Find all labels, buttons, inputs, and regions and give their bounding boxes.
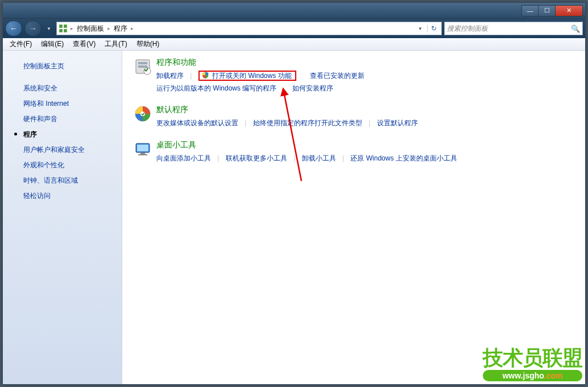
sidebar-item-system[interactable]: 系统和安全 — [3, 81, 122, 96]
svg-rect-0 — [59, 24, 63, 28]
section-title-programs[interactable]: 程序和功能 — [156, 57, 574, 68]
close-button[interactable]: ✕ — [556, 5, 583, 17]
sidebar-item-appearance[interactable]: 外观和个性化 — [3, 158, 122, 173]
shield-icon — [201, 70, 209, 83]
main: 程序和功能 卸载程序 | 打开或关闭 Windows 功能 查看已安装的更新 运… — [122, 51, 585, 384]
link-add-gadget[interactable]: 向桌面添加小工具 — [156, 154, 211, 162]
maximize-button[interactable]: ☐ — [539, 5, 556, 17]
sidebar-item-ease[interactable]: 轻松访问 — [3, 188, 122, 204]
sidebar-item-network[interactable]: 网络和 Internet — [3, 96, 122, 112]
link-filetype[interactable]: 始终使用指定的程序打开此文件类型 — [253, 119, 362, 127]
sidebar-item-accounts[interactable]: 用户帐户和家庭安全 — [3, 142, 122, 158]
svg-rect-13 — [138, 154, 147, 155]
link-how-install[interactable]: 如何安装程序 — [292, 84, 333, 92]
menu-help[interactable]: 帮助(H) — [132, 38, 164, 50]
section-body: 程序和功能 卸载程序 | 打开或关闭 Windows 功能 查看已安装的更新 运… — [156, 57, 574, 94]
section-programs-features: 程序和功能 卸载程序 | 打开或关闭 Windows 功能 查看已安装的更新 运… — [134, 57, 574, 94]
addressbar[interactable]: ▸ 控制面板 ▸ 程序 ▸ ▼ ↻ — [56, 22, 442, 35]
link-view-updates[interactable]: 查看已安装的更新 — [310, 72, 365, 80]
menubar: 文件(F) 编辑(E) 查看(V) 工具(T) 帮助(H) — [3, 38, 585, 51]
search-input[interactable] — [447, 24, 571, 32]
window: — ☐ ✕ ← → ▼ ▸ 控制面板 ▸ 程序 ▸ ▼ ↻ 🔍 文件(F — [2, 2, 586, 385]
svg-rect-11 — [137, 145, 148, 151]
sidebar-item-hardware[interactable]: 硬件和声音 — [3, 112, 122, 127]
link-windows-features[interactable]: 打开或关闭 Windows 功能 — [212, 72, 291, 80]
svg-rect-12 — [140, 153, 145, 154]
section-links: 向桌面添加小工具 | 联机获取更多小工具 | 卸载小工具 | 还原 Window… — [156, 153, 574, 165]
searchbar: 🔍 — [444, 22, 583, 35]
menu-edit[interactable]: 编辑(E) — [36, 38, 68, 50]
sidebar-item-home[interactable]: 控制面板主页 — [3, 59, 122, 74]
search-icon[interactable]: 🔍 — [571, 24, 580, 33]
link-online-gadget[interactable]: 联机获取更多小工具 — [226, 154, 287, 162]
forward-button[interactable]: → — [24, 20, 42, 36]
menu-file[interactable]: 文件(F) — [5, 38, 36, 50]
sidebar: 控制面板主页 系统和安全 网络和 Internet 硬件和声音 程序 用户帐户和… — [3, 51, 122, 384]
breadcrumb-sep: ▸ — [129, 26, 136, 31]
menu-tools[interactable]: 工具(T) — [100, 38, 131, 50]
link-compat[interactable]: 运行为以前版本的 Windows 编写的程序 — [156, 84, 276, 92]
section-links: 卸载程序 | 打开或关闭 Windows 功能 查看已安装的更新 运行为以前版本… — [156, 70, 574, 94]
address-dropdown[interactable]: ▼ — [415, 26, 426, 31]
highlight-annotation: 打开或关闭 Windows 功能 — [198, 71, 296, 81]
window-controls: — ☐ ✕ — [521, 5, 583, 17]
link-restore-gadget[interactable]: 还原 Windows 上安装的桌面小工具 — [350, 154, 457, 162]
navbar: ← → ▼ ▸ 控制面板 ▸ 程序 ▸ ▼ ↻ 🔍 — [3, 19, 585, 38]
menu-view[interactable]: 查看(V) — [68, 38, 100, 50]
nav-history-dropdown[interactable]: ▼ — [44, 20, 54, 36]
sidebar-item-programs[interactable]: 程序 — [3, 127, 122, 142]
section-title-default[interactable]: 默认程序 — [156, 105, 574, 115]
titlebar: — ☐ ✕ — [3, 3, 585, 19]
refresh-button[interactable]: ↻ — [427, 24, 440, 32]
sidebar-item-clock[interactable]: 时钟、语言和区域 — [3, 173, 122, 188]
breadcrumb-control-panel[interactable]: 控制面板 — [76, 24, 105, 34]
back-button[interactable]: ← — [5, 20, 22, 36]
breadcrumb-sep: ▸ — [105, 26, 113, 31]
gadgets-icon — [134, 140, 156, 165]
section-links: 更改媒体或设备的默认设置 | 始终使用指定的程序打开此文件类型 | 设置默认程序 — [156, 117, 574, 130]
control-panel-icon — [58, 23, 68, 34]
link-uninstall[interactable]: 卸载程序 — [156, 72, 184, 80]
section-gadgets: 桌面小工具 向桌面添加小工具 | 联机获取更多小工具 | 卸载小工具 | 还原 … — [134, 140, 574, 165]
svg-rect-6 — [138, 65, 147, 68]
section-default-programs: 默认程序 更改媒体或设备的默认设置 | 始终使用指定的程序打开此文件类型 | 设… — [134, 105, 574, 130]
breadcrumb-programs[interactable]: 程序 — [113, 24, 129, 34]
default-programs-icon — [134, 105, 156, 130]
link-uninstall-gadget[interactable]: 卸载小工具 — [302, 154, 336, 162]
svg-rect-3 — [64, 29, 67, 32]
link-change-media[interactable]: 更改媒体或设备的默认设置 — [156, 119, 238, 127]
section-body: 默认程序 更改媒体或设备的默认设置 | 始终使用指定的程序打开此文件类型 | 设… — [156, 105, 574, 130]
svg-rect-5 — [138, 62, 147, 64]
content: 控制面板主页 系统和安全 网络和 Internet 硬件和声音 程序 用户帐户和… — [3, 51, 585, 384]
link-set-default[interactable]: 设置默认程序 — [377, 119, 418, 127]
section-title-gadgets[interactable]: 桌面小工具 — [156, 140, 574, 150]
programs-features-icon — [134, 57, 156, 94]
breadcrumb-sep: ▸ — [68, 26, 76, 31]
minimize-button[interactable]: — — [521, 5, 539, 17]
section-body: 桌面小工具 向桌面添加小工具 | 联机获取更多小工具 | 卸载小工具 | 还原 … — [156, 140, 574, 165]
svg-rect-2 — [59, 29, 63, 32]
svg-rect-1 — [64, 24, 67, 28]
